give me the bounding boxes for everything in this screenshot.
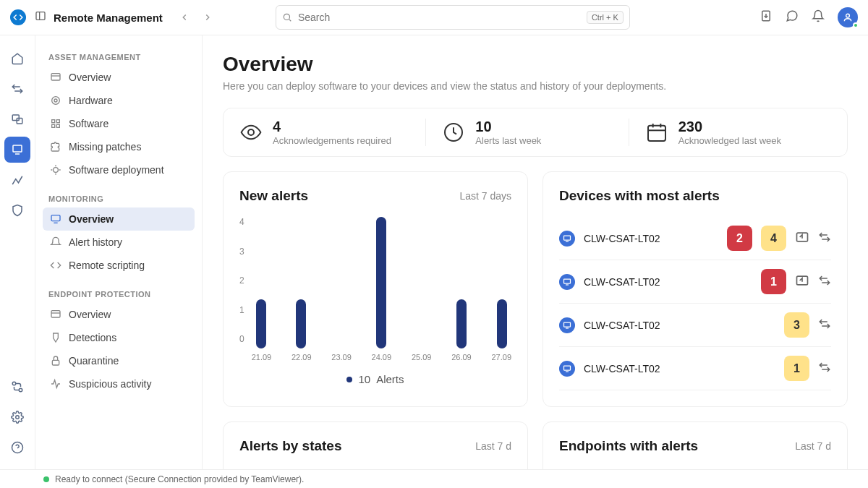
rail-devices[interactable] <box>4 106 30 132</box>
panel-icon[interactable] <box>35 10 46 25</box>
stat-value: 230 <box>678 119 781 135</box>
screenshot-button[interactable] <box>795 273 809 291</box>
sidebar-item-software[interactable]: Software <box>43 112 195 135</box>
rail-settings[interactable] <box>4 404 30 430</box>
device-row: CLW-CSAT-LT02 1 <box>559 347 831 390</box>
connect-button[interactable] <box>818 231 831 247</box>
page-title: Overview <box>223 53 848 76</box>
badge-critical: 1 <box>761 269 786 294</box>
back-button[interactable] <box>174 7 195 27</box>
device-row: CLW-CSAT-LT02 3 <box>559 304 831 347</box>
sidebar-item-detections[interactable]: Detections <box>43 326 195 349</box>
svg-rect-35 <box>564 236 571 240</box>
rail-help[interactable] <box>4 435 30 461</box>
dashboard-icon <box>50 72 61 83</box>
svg-point-29 <box>248 129 254 135</box>
device-icon <box>559 274 575 290</box>
bar-22.09 <box>296 299 306 348</box>
install-icon[interactable] <box>760 9 773 25</box>
sidebar-item-overview[interactable]: Overview <box>43 303 195 326</box>
cpu-icon <box>50 95 61 106</box>
rail-remote-mgmt[interactable] <box>4 137 30 163</box>
chart-legend: 10 Alerts <box>239 373 511 385</box>
svg-line-3 <box>289 20 291 21</box>
search-shortcut: Ctrl + K <box>587 11 624 24</box>
status-text: Ready to connect (Secure Connection prov… <box>55 474 304 484</box>
connect-button[interactable] <box>818 274 831 290</box>
card-title: Devices with most alerts <box>559 188 720 204</box>
device-name: CLW-CSAT-LT02 <box>584 363 775 374</box>
connect-button[interactable] <box>818 361 831 377</box>
rail-home[interactable] <box>4 46 30 72</box>
stat-label: Acknowledged last week <box>678 135 781 146</box>
rail-shield[interactable] <box>4 197 30 223</box>
app-title: Remote Management <box>54 12 163 24</box>
screenshot-button[interactable] <box>795 230 809 247</box>
stat-label: Acknowledgements required <box>273 135 391 146</box>
sidebar-item-label: Overview <box>69 309 111 320</box>
sidebar-item-missing-patches[interactable]: Missing patches <box>43 135 195 158</box>
sidebar-item-suspicious-activity[interactable]: Suspicious activity <box>43 372 195 395</box>
svg-point-18 <box>52 97 60 105</box>
sidebar-item-overview[interactable]: Overview <box>43 66 195 89</box>
stat-value: 10 <box>475 119 541 135</box>
stat-value: 4 <box>273 119 391 135</box>
svg-rect-31 <box>648 126 665 141</box>
sidebar-item-software-deployment[interactable]: Software deployment <box>43 158 195 181</box>
stat-label: Alerts last week <box>475 135 541 146</box>
svg-point-13 <box>16 416 20 419</box>
connect-button[interactable] <box>818 317 831 333</box>
chat-icon[interactable] <box>786 9 799 25</box>
sidebar-item-label: Suspicious activity <box>69 378 151 390</box>
eye-icon <box>239 121 263 144</box>
legend-dot <box>346 377 352 382</box>
rail-swap[interactable] <box>4 76 30 102</box>
svg-point-23 <box>54 168 59 173</box>
sidebar-item-quarantine[interactable]: Quarantine <box>43 349 195 372</box>
device-icon <box>559 317 575 333</box>
forward-button[interactable] <box>197 7 218 27</box>
nav-rail <box>0 35 35 469</box>
svg-rect-15 <box>51 74 60 80</box>
stats-row: 4Acknowledgements required10Alerts last … <box>223 108 848 157</box>
sidebar-item-label: Detections <box>69 332 116 343</box>
svg-rect-28 <box>52 360 59 365</box>
sidebar-item-label: Hardware <box>69 95 113 106</box>
calendar-icon <box>645 121 668 144</box>
page-subtitle: Here you can deploy software to your dev… <box>223 80 848 92</box>
sidebar-item-hardware[interactable]: Hardware <box>43 89 195 112</box>
content: Overview Here you can deploy software to… <box>203 35 868 469</box>
rail-analytics[interactable] <box>4 167 30 193</box>
bell-icon[interactable] <box>812 9 825 25</box>
sidebar-item-label: Quarantine <box>69 355 119 367</box>
svg-rect-22 <box>56 124 59 127</box>
search-icon <box>282 12 292 22</box>
sidebar-item-remote-scripting[interactable]: Remote scripting <box>43 254 195 277</box>
sidebar-item-label: Software deployment <box>69 164 164 176</box>
svg-rect-38 <box>564 279 571 283</box>
presence-dot <box>853 22 859 28</box>
sidebar-item-label: Alert history <box>69 236 122 248</box>
sidebar-item-overview[interactable]: Overview <box>43 207 195 231</box>
bar-24.09 <box>376 217 386 348</box>
svg-point-17 <box>54 99 57 102</box>
stat-1: 10Alerts last week <box>425 119 628 146</box>
device-name: CLW-CSAT-LT02 <box>584 320 775 331</box>
dashboard-icon <box>50 309 61 320</box>
sidebar-item-label: Software <box>69 118 109 129</box>
svg-point-12 <box>19 388 22 392</box>
statusbar: Ready to connect (Secure Connection prov… <box>0 469 868 488</box>
rail-workflow[interactable] <box>4 374 30 400</box>
avatar[interactable] <box>838 7 858 27</box>
bar-26.09 <box>456 299 467 348</box>
sidebar-item-label: Overview <box>69 213 114 225</box>
clock-icon <box>442 121 465 144</box>
sidebar-item-alert-history[interactable]: Alert history <box>43 231 195 254</box>
svg-rect-9 <box>13 145 22 152</box>
puzzle-icon <box>50 141 61 153</box>
device-name: CLW-CSAT-LT02 <box>584 276 752 288</box>
badge-warning: 4 <box>761 226 786 251</box>
stat-2: 230Acknowledged last week <box>629 119 831 146</box>
search-input[interactable]: Ctrl + K <box>276 5 630 30</box>
section-label: ASSET MANAGEMENT <box>43 48 195 66</box>
